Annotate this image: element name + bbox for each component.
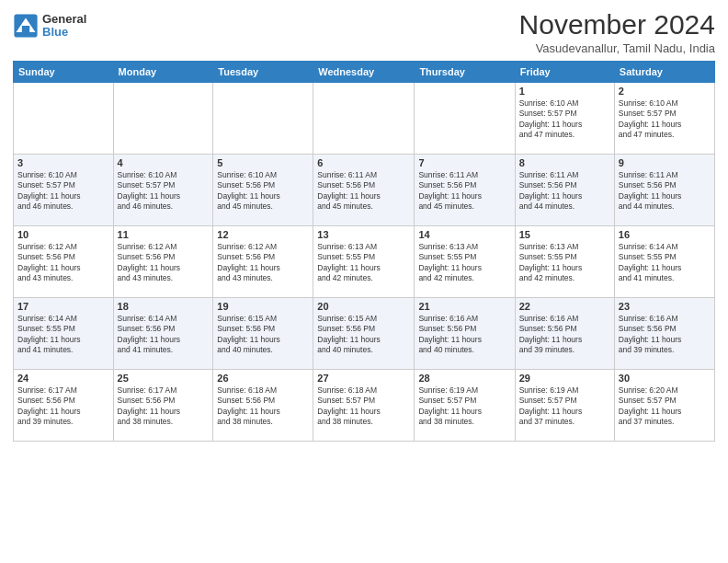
day-info: Sunrise: 6:11 AM Sunset: 5:56 PM Dayligh… <box>418 170 510 213</box>
day-number: 17 <box>17 301 109 312</box>
day-number: 21 <box>418 301 510 312</box>
calendar-cell-w4-d6: 23Sunrise: 6:16 AM Sunset: 5:56 PM Dayli… <box>614 298 714 370</box>
day-info: Sunrise: 6:14 AM Sunset: 5:55 PM Dayligh… <box>619 242 711 284</box>
day-info: Sunrise: 6:11 AM Sunset: 5:56 PM Dayligh… <box>619 170 711 213</box>
header-wednesday: Wednesday <box>313 62 415 83</box>
day-number: 11 <box>118 229 210 240</box>
day-info: Sunrise: 6:13 AM Sunset: 5:55 PM Dayligh… <box>418 242 510 284</box>
day-number: 10 <box>17 229 109 240</box>
day-number: 22 <box>519 301 610 312</box>
day-number: 4 <box>118 157 210 168</box>
calendar-cell-w1-d1 <box>113 83 213 155</box>
calendar-cell-w3-d0: 10Sunrise: 6:12 AM Sunset: 5:56 PM Dayli… <box>14 226 114 298</box>
calendar-cell-w2-d4: 7Sunrise: 6:11 AM Sunset: 5:56 PM Daylig… <box>415 155 515 226</box>
day-number: 29 <box>519 373 610 384</box>
day-info: Sunrise: 6:10 AM Sunset: 5:56 PM Dayligh… <box>217 170 309 213</box>
month-title: November 2024 <box>519 9 715 40</box>
day-number: 16 <box>619 229 711 240</box>
calendar-cell-w1-d0 <box>14 83 114 155</box>
header-saturday: Saturday <box>614 62 714 83</box>
calendar-header-row: Sunday Monday Tuesday Wednesday Thursday… <box>14 62 715 83</box>
week-row-2: 3Sunrise: 6:10 AM Sunset: 5:57 PM Daylig… <box>14 155 715 226</box>
header-monday: Monday <box>113 62 213 83</box>
logo-icon <box>13 13 39 39</box>
day-number: 13 <box>317 229 410 240</box>
calendar-cell-w2-d5: 8Sunrise: 6:11 AM Sunset: 5:56 PM Daylig… <box>515 155 614 226</box>
day-number: 23 <box>619 301 711 312</box>
logo: General Blue <box>13 13 86 40</box>
day-number: 30 <box>619 373 711 384</box>
day-number: 2 <box>619 86 711 97</box>
day-info: Sunrise: 6:11 AM Sunset: 5:56 PM Dayligh… <box>317 170 410 213</box>
day-info: Sunrise: 6:20 AM Sunset: 5:57 PM Dayligh… <box>619 385 711 428</box>
day-number: 1 <box>519 86 610 97</box>
day-number: 25 <box>118 373 210 384</box>
header-tuesday: Tuesday <box>213 62 313 83</box>
day-number: 15 <box>519 229 610 240</box>
day-info: Sunrise: 6:18 AM Sunset: 5:57 PM Dayligh… <box>317 385 410 428</box>
day-info: Sunrise: 6:14 AM Sunset: 5:56 PM Dayligh… <box>118 314 210 356</box>
calendar-cell-w1-d3 <box>313 83 415 155</box>
calendar-cell-w1-d2 <box>213 83 313 155</box>
header-thursday: Thursday <box>415 62 515 83</box>
calendar-cell-w2-d0: 3Sunrise: 6:10 AM Sunset: 5:57 PM Daylig… <box>14 155 114 226</box>
day-info: Sunrise: 6:16 AM Sunset: 5:56 PM Dayligh… <box>619 314 711 356</box>
day-info: Sunrise: 6:10 AM Sunset: 5:57 PM Dayligh… <box>118 170 210 213</box>
day-info: Sunrise: 6:18 AM Sunset: 5:56 PM Dayligh… <box>217 385 309 428</box>
day-number: 19 <box>217 301 309 312</box>
calendar-cell-w3-d3: 13Sunrise: 6:13 AM Sunset: 5:55 PM Dayli… <box>313 226 415 298</box>
day-info: Sunrise: 6:10 AM Sunset: 5:57 PM Dayligh… <box>17 170 109 213</box>
calendar-cell-w5-d4: 28Sunrise: 6:19 AM Sunset: 5:57 PM Dayli… <box>415 370 515 442</box>
day-number: 28 <box>418 373 510 384</box>
calendar-cell-w2-d6: 9Sunrise: 6:11 AM Sunset: 5:56 PM Daylig… <box>614 155 714 226</box>
calendar-cell-w3-d2: 12Sunrise: 6:12 AM Sunset: 5:56 PM Dayli… <box>213 226 313 298</box>
calendar-cell-w1-d4 <box>415 83 515 155</box>
calendar-cell-w3-d1: 11Sunrise: 6:12 AM Sunset: 5:56 PM Dayli… <box>113 226 213 298</box>
calendar-cell-w1-d6: 2Sunrise: 6:10 AM Sunset: 5:57 PM Daylig… <box>614 83 714 155</box>
header-friday: Friday <box>515 62 614 83</box>
calendar-cell-w5-d1: 25Sunrise: 6:17 AM Sunset: 5:56 PM Dayli… <box>113 370 213 442</box>
day-info: Sunrise: 6:17 AM Sunset: 5:56 PM Dayligh… <box>17 385 109 428</box>
calendar-cell-w3-d5: 15Sunrise: 6:13 AM Sunset: 5:55 PM Dayli… <box>515 226 614 298</box>
calendar-cell-w4-d0: 17Sunrise: 6:14 AM Sunset: 5:55 PM Dayli… <box>14 298 114 370</box>
header-sunday: Sunday <box>14 62 114 83</box>
day-number: 6 <box>317 157 410 168</box>
calendar-table: Sunday Monday Tuesday Wednesday Thursday… <box>13 61 715 442</box>
week-row-4: 17Sunrise: 6:14 AM Sunset: 5:55 PM Dayli… <box>14 298 715 370</box>
calendar-cell-w4-d5: 22Sunrise: 6:16 AM Sunset: 5:56 PM Dayli… <box>515 298 614 370</box>
day-number: 24 <box>17 373 109 384</box>
day-info: Sunrise: 6:12 AM Sunset: 5:56 PM Dayligh… <box>118 242 210 284</box>
day-info: Sunrise: 6:10 AM Sunset: 5:57 PM Dayligh… <box>619 98 711 141</box>
day-info: Sunrise: 6:16 AM Sunset: 5:56 PM Dayligh… <box>519 314 610 356</box>
calendar-cell-w5-d5: 29Sunrise: 6:19 AM Sunset: 5:57 PM Dayli… <box>515 370 614 442</box>
calendar-cell-w4-d2: 19Sunrise: 6:15 AM Sunset: 5:56 PM Dayli… <box>213 298 313 370</box>
day-number: 8 <box>519 157 610 168</box>
calendar-cell-w4-d3: 20Sunrise: 6:15 AM Sunset: 5:56 PM Dayli… <box>313 298 415 370</box>
day-number: 12 <box>217 229 309 240</box>
day-number: 18 <box>118 301 210 312</box>
calendar-cell-w1-d5: 1Sunrise: 6:10 AM Sunset: 5:57 PM Daylig… <box>515 83 614 155</box>
calendar-cell-w5-d2: 26Sunrise: 6:18 AM Sunset: 5:56 PM Dayli… <box>213 370 313 442</box>
day-number: 20 <box>317 301 410 312</box>
day-number: 26 <box>217 373 309 384</box>
calendar-cell-w2-d1: 4Sunrise: 6:10 AM Sunset: 5:57 PM Daylig… <box>113 155 213 226</box>
week-row-1: 1Sunrise: 6:10 AM Sunset: 5:57 PM Daylig… <box>14 83 715 155</box>
day-info: Sunrise: 6:11 AM Sunset: 5:56 PM Dayligh… <box>519 170 610 213</box>
day-info: Sunrise: 6:12 AM Sunset: 5:56 PM Dayligh… <box>17 242 109 284</box>
logo-text: General Blue <box>42 13 86 40</box>
day-number: 9 <box>619 157 711 168</box>
day-info: Sunrise: 6:13 AM Sunset: 5:55 PM Dayligh… <box>519 242 610 284</box>
day-info: Sunrise: 6:17 AM Sunset: 5:56 PM Dayligh… <box>118 385 210 428</box>
logo-blue-text: Blue <box>42 26 86 39</box>
day-info: Sunrise: 6:13 AM Sunset: 5:55 PM Dayligh… <box>317 242 410 284</box>
day-info: Sunrise: 6:10 AM Sunset: 5:57 PM Dayligh… <box>519 98 610 141</box>
day-info: Sunrise: 6:15 AM Sunset: 5:56 PM Dayligh… <box>317 314 410 356</box>
day-number: 27 <box>317 373 410 384</box>
calendar-cell-w4-d4: 21Sunrise: 6:16 AM Sunset: 5:56 PM Dayli… <box>415 298 515 370</box>
page: General Blue November 2024 Vasudevanallu… <box>0 0 728 563</box>
day-info: Sunrise: 6:16 AM Sunset: 5:56 PM Dayligh… <box>418 314 510 356</box>
svg-rect-2 <box>22 26 29 32</box>
title-section: November 2024 Vasudevanallur, Tamil Nadu… <box>519 9 715 55</box>
day-number: 7 <box>418 157 510 168</box>
calendar-cell-w5-d3: 27Sunrise: 6:18 AM Sunset: 5:57 PM Dayli… <box>313 370 415 442</box>
